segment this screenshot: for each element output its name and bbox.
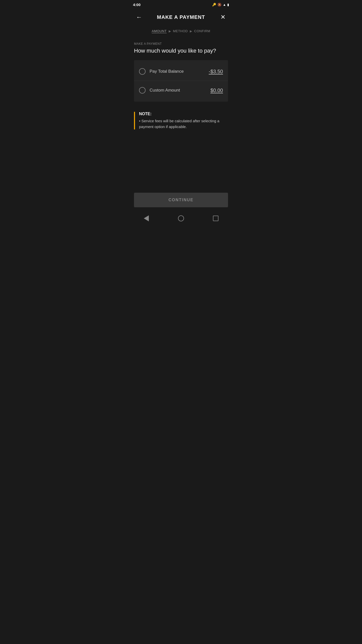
status-time: 4:00: [133, 3, 141, 7]
step-arrow-2: ▶: [190, 29, 192, 33]
step-indicator: AMOUNT ▶ METHOD ▶ CONFIRM: [129, 25, 233, 37]
step-amount[interactable]: AMOUNT: [152, 29, 167, 33]
note-section: NOTE: • Service fees will be calculated …: [134, 108, 228, 134]
wifi-icon: ▲: [223, 3, 226, 7]
header: ← MAKE A PAYMENT ✕: [129, 9, 233, 25]
custom-amount-label: Custom Amount: [150, 88, 180, 93]
step-method[interactable]: METHOD: [173, 29, 188, 33]
bell-mute-icon: 🔕: [217, 3, 221, 7]
back-button[interactable]: ←: [134, 12, 144, 22]
section-subtitle: MAKE A PAYMENT: [134, 42, 228, 46]
nav-recents-icon: [213, 216, 218, 221]
section-title: How much would you like to pay?: [134, 48, 228, 54]
close-button[interactable]: ✕: [218, 12, 228, 22]
pay-total-balance-radio[interactable]: [139, 68, 146, 75]
step-confirm[interactable]: CONFIRM: [194, 29, 210, 33]
custom-amount-value: $0.00: [210, 88, 223, 93]
note-title: NOTE:: [139, 112, 228, 116]
status-bar: 4:00 🔑 🔕 ▲ ▮: [129, 0, 233, 9]
status-icons: 🔑 🔕 ▲ ▮: [212, 3, 229, 7]
key-icon: 🔑: [212, 3, 216, 7]
pay-total-balance-amount: -$3.50: [209, 69, 223, 74]
page-title: MAKE A PAYMENT: [157, 14, 205, 20]
pay-total-balance-option[interactable]: Pay Total Balance -$3.50: [134, 62, 228, 81]
nav-back-icon: [144, 215, 149, 221]
custom-amount-radio[interactable]: [139, 87, 146, 94]
pay-total-balance-label: Pay Total Balance: [150, 69, 184, 74]
main-content: MAKE A PAYMENT How much would you like t…: [129, 37, 233, 189]
custom-amount-option[interactable]: Custom Amount $0.00: [134, 81, 228, 100]
battery-icon: ▮: [227, 3, 229, 7]
nav-recents-button[interactable]: [209, 213, 222, 223]
note-text: • Service fees will be calculated after …: [139, 118, 228, 130]
nav-bar: [129, 211, 233, 225]
step-arrow-1: ▶: [169, 29, 171, 33]
continue-button[interactable]: CONTINUE: [134, 193, 228, 207]
nav-home-button[interactable]: [175, 213, 187, 223]
note-border-accent: [134, 112, 135, 130]
nav-back-button[interactable]: [140, 213, 153, 223]
payment-options-card: Pay Total Balance -$3.50 Custom Amount $…: [134, 60, 228, 102]
continue-button-container: CONTINUE: [129, 189, 233, 211]
nav-home-icon: [178, 215, 184, 221]
